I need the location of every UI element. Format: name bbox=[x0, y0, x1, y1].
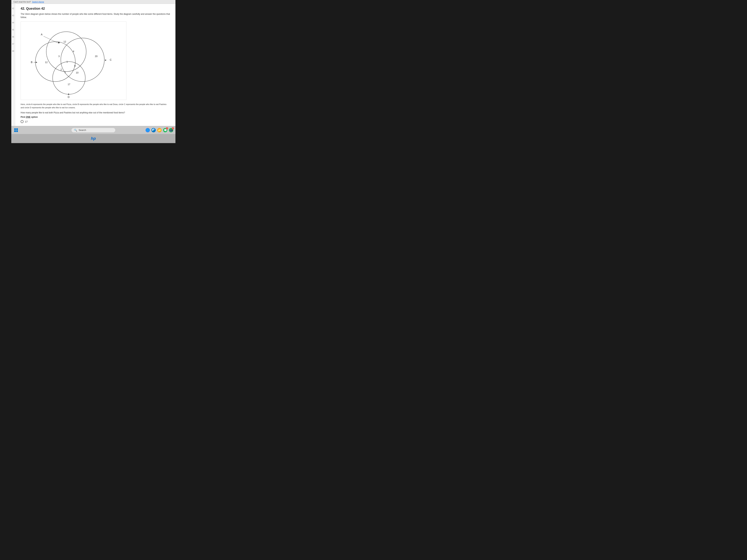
svg-line-5 bbox=[44, 36, 59, 44]
option-label-17: 17 bbox=[25, 120, 28, 123]
svg-text:C: C bbox=[110, 58, 112, 61]
svg-text:7: 7 bbox=[65, 71, 66, 74]
taskbar: 🔍 Search 🌐 🌊 📁 💬 3 📺 17 bbox=[11, 126, 176, 134]
svg-marker-12 bbox=[105, 59, 106, 61]
chrome-icon[interactable]: 🌐 bbox=[146, 128, 150, 132]
svg-text:10: 10 bbox=[76, 71, 78, 74]
windows-start-button[interactable] bbox=[14, 128, 19, 133]
sidebar-num-47: 47 bbox=[12, 43, 14, 45]
windows-icon bbox=[14, 128, 18, 132]
cant-read-text: Can't read the text? bbox=[14, 1, 31, 3]
sidebar-num-43: 43 bbox=[12, 15, 14, 17]
legend-text: Here, circle A represents the people who… bbox=[21, 103, 170, 109]
taskbar-right: 🌐 🌊 📁 💬 3 📺 17 bbox=[146, 128, 173, 132]
files-icon[interactable]: 📁 bbox=[157, 128, 161, 132]
whatsapp-badge: 3 bbox=[166, 127, 168, 129]
svg-point-3 bbox=[53, 62, 85, 94]
svg-text:12: 12 bbox=[45, 61, 48, 63]
svg-marker-6 bbox=[58, 42, 60, 44]
svg-text:12: 12 bbox=[63, 40, 66, 43]
top-bar: Can't read the text? Switch theme bbox=[11, 0, 176, 4]
option-row-17[interactable]: 17 bbox=[21, 120, 170, 123]
question-title: 42. Question 42 bbox=[21, 7, 170, 10]
svg-marker-9 bbox=[36, 62, 37, 63]
svg-text:1: 1 bbox=[67, 60, 68, 63]
hp-logo-bar: hp bbox=[11, 134, 176, 143]
svg-text:17: 17 bbox=[68, 83, 70, 86]
content-area: 42. Question 42 The Venn diagram given b… bbox=[15, 4, 176, 126]
search-icon: 🔍 bbox=[74, 129, 77, 132]
search-label: Search bbox=[79, 129, 86, 131]
svg-text:2: 2 bbox=[60, 68, 62, 71]
svg-text:3: 3 bbox=[58, 55, 60, 58]
sub-question: How many people like to eat both Pizza a… bbox=[21, 111, 170, 114]
switch-theme-link[interactable]: Switch theme bbox=[32, 1, 44, 3]
svg-text:B: B bbox=[31, 61, 32, 63]
pick-instruction: Pick ONE option bbox=[21, 116, 170, 118]
whatsapp-icon[interactable]: 💬 3 bbox=[163, 128, 168, 132]
sidebar-num-42: 42 bbox=[12, 7, 14, 9]
search-bar[interactable]: 🔍 Search bbox=[72, 128, 115, 132]
svg-text:D: D bbox=[68, 96, 70, 99]
sidebar-num-48: 48 bbox=[12, 50, 14, 52]
svg-point-0 bbox=[46, 32, 86, 72]
svg-text:20: 20 bbox=[95, 55, 97, 58]
svg-text:A: A bbox=[41, 33, 43, 36]
sidebar-num-45: 45 bbox=[12, 29, 14, 31]
left-sidebar: 42 43 44 45 46 47 48 bbox=[11, 4, 15, 126]
question-description: The Venn diagram given below shows the n… bbox=[21, 12, 170, 19]
svg-text:4: 4 bbox=[73, 50, 74, 53]
svg-marker-15 bbox=[68, 93, 69, 95]
screen: Can't read the text? Switch theme 42 43 … bbox=[11, 0, 176, 143]
svg-point-2 bbox=[61, 38, 104, 82]
sidebar-num-46: 46 bbox=[12, 36, 14, 38]
edge-icon[interactable]: 🌊 bbox=[151, 128, 156, 132]
venn-diagram: A B C D 12 bbox=[21, 22, 126, 100]
extra-badge: 17 bbox=[172, 127, 174, 129]
svg-text:9: 9 bbox=[74, 64, 76, 67]
layout-wrapper: 42 43 44 45 46 47 48 42. Question 42 The… bbox=[11, 4, 176, 126]
sidebar-num-44: 44 bbox=[12, 22, 14, 24]
extra-icon[interactable]: 📺 17 bbox=[169, 128, 173, 132]
radio-17[interactable] bbox=[21, 120, 24, 123]
hp-logo: hp bbox=[91, 136, 96, 141]
